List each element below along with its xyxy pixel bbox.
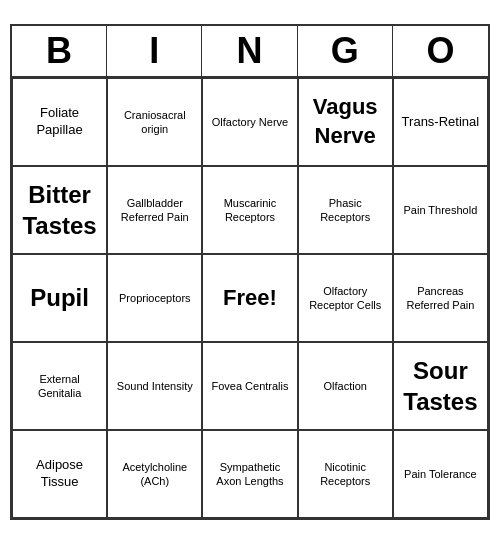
bingo-cell: Olfactory Nerve bbox=[202, 78, 297, 166]
cell-text: Sound Intensity bbox=[117, 379, 193, 393]
bingo-cell: Muscarinic Receptors bbox=[202, 166, 297, 254]
bingo-cell: Fovea Centralis bbox=[202, 342, 297, 430]
bingo-cell: Nicotinic Receptors bbox=[298, 430, 393, 518]
cell-text: Nicotinic Receptors bbox=[303, 460, 388, 489]
cell-text: Olfactory Nerve bbox=[212, 115, 288, 129]
cell-text: Craniosacral origin bbox=[112, 108, 197, 137]
cell-text: Pancreas Referred Pain bbox=[398, 284, 483, 313]
header-letter: I bbox=[107, 26, 202, 76]
cell-text: Olfactory Receptor Cells bbox=[303, 284, 388, 313]
bingo-cell: Vagus Nerve bbox=[298, 78, 393, 166]
bingo-cell: Craniosacral origin bbox=[107, 78, 202, 166]
bingo-cell: Pupil bbox=[12, 254, 107, 342]
cell-text: Fovea Centralis bbox=[211, 379, 288, 393]
cell-text: Free! bbox=[223, 284, 277, 313]
cell-text: Pain Tolerance bbox=[404, 467, 477, 481]
bingo-cell: Pain Tolerance bbox=[393, 430, 488, 518]
header-letter: O bbox=[393, 26, 488, 76]
bingo-cell: Sympathetic Axon Lengths bbox=[202, 430, 297, 518]
cell-text: Trans-Retinal bbox=[402, 114, 480, 131]
bingo-cell: Trans-Retinal bbox=[393, 78, 488, 166]
cell-text: Pupil bbox=[30, 282, 89, 313]
bingo-cell: Olfaction bbox=[298, 342, 393, 430]
cell-text: Adipose Tissue bbox=[17, 457, 102, 491]
cell-text: Sympathetic Axon Lengths bbox=[207, 460, 292, 489]
cell-text: Pain Threshold bbox=[403, 203, 477, 217]
bingo-grid: Foliate PapillaeCraniosacral originOlfac… bbox=[12, 78, 488, 518]
header-letter: B bbox=[12, 26, 107, 76]
bingo-cell: Gallbladder Referred Pain bbox=[107, 166, 202, 254]
cell-text: Phasic Receptors bbox=[303, 196, 388, 225]
header-letter: N bbox=[202, 26, 297, 76]
bingo-cell: Acetylcholine (ACh) bbox=[107, 430, 202, 518]
bingo-cell: Foliate Papillae bbox=[12, 78, 107, 166]
cell-text: Olfaction bbox=[323, 379, 366, 393]
header-letter: G bbox=[298, 26, 393, 76]
bingo-cell: Proprioceptors bbox=[107, 254, 202, 342]
bingo-cell: Olfactory Receptor Cells bbox=[298, 254, 393, 342]
bingo-cell: Bitter Tastes bbox=[12, 166, 107, 254]
cell-text: Muscarinic Receptors bbox=[207, 196, 292, 225]
bingo-cell: Free! bbox=[202, 254, 297, 342]
cell-text: Sour Tastes bbox=[398, 355, 483, 417]
bingo-cell: Pancreas Referred Pain bbox=[393, 254, 488, 342]
cell-text: Bitter Tastes bbox=[17, 179, 102, 241]
bingo-header: BINGO bbox=[12, 26, 488, 78]
bingo-cell: Sound Intensity bbox=[107, 342, 202, 430]
bingo-cell: Phasic Receptors bbox=[298, 166, 393, 254]
cell-text: Vagus Nerve bbox=[303, 93, 388, 150]
cell-text: External Genitalia bbox=[17, 372, 102, 401]
bingo-cell: Adipose Tissue bbox=[12, 430, 107, 518]
cell-text: Foliate Papillae bbox=[17, 105, 102, 139]
bingo-cell: Sour Tastes bbox=[393, 342, 488, 430]
bingo-card: BINGO Foliate PapillaeCraniosacral origi… bbox=[10, 24, 490, 520]
cell-text: Acetylcholine (ACh) bbox=[112, 460, 197, 489]
cell-text: Proprioceptors bbox=[119, 291, 191, 305]
bingo-cell: External Genitalia bbox=[12, 342, 107, 430]
cell-text: Gallbladder Referred Pain bbox=[112, 196, 197, 225]
bingo-cell: Pain Threshold bbox=[393, 166, 488, 254]
